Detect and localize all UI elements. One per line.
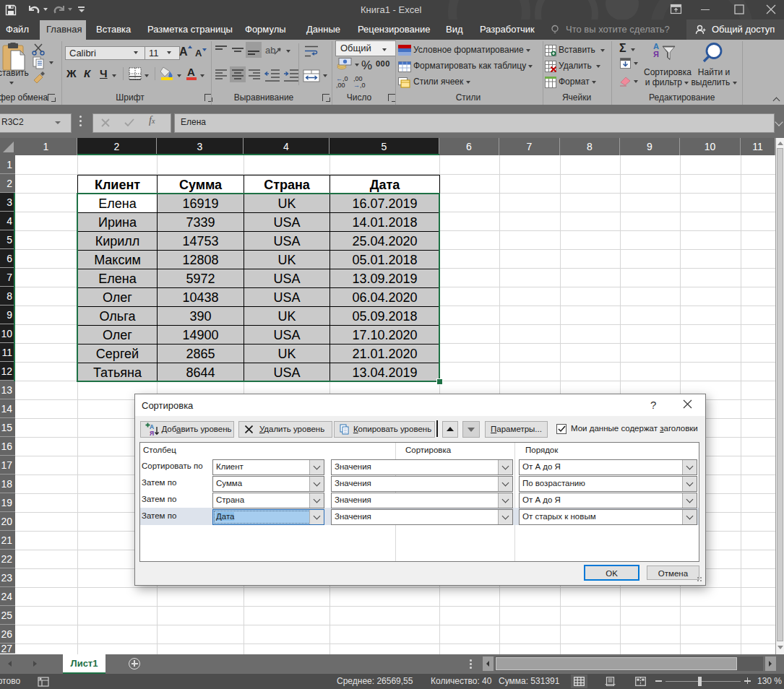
svg-text:ab: ab <box>265 45 275 56</box>
svg-text:Я: Я <box>150 430 154 437</box>
